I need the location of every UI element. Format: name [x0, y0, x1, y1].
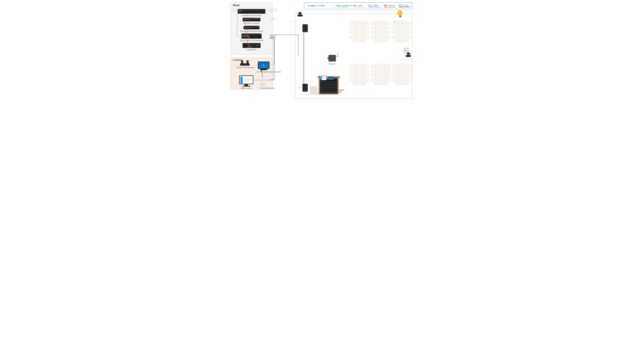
- room-outline: Q·SYS Projector lighting control via TCP…: [295, 14, 412, 99]
- ethernet-icon: [337, 4, 340, 6]
- projector-icon: [328, 55, 336, 62]
- touch-label: Q-SYS Touchscreen Controller: [256, 71, 271, 73]
- hdmi-monitor: HDMI monitor: [237, 76, 255, 89]
- projection-screen: [303, 32, 304, 88]
- monitor-label: HDMI monitor: [237, 87, 255, 89]
- legend-usb-label: USB: [358, 4, 362, 6]
- mic-icon: [384, 4, 387, 7]
- mini-touch-icon: [328, 77, 333, 80]
- wireless-microphones: Wireless microphones: [236, 63, 253, 68]
- speaker-bottom: [302, 84, 308, 92]
- touch-brand: Q·SYS: [258, 64, 269, 67]
- serial-icon: [399, 4, 402, 6]
- speaker-top: [302, 24, 308, 32]
- legend-mic: Mic/Line: [384, 4, 395, 8]
- lectern-block: Lectern Wireless microphones Q·SYS Q-SYS…: [230, 57, 273, 89]
- wireless-presentation-device: Wireless presentation device: [230, 26, 272, 32]
- switch-label: Standard network switch: [242, 14, 262, 16]
- projector-label: Projector: [324, 63, 340, 65]
- nv32-core: Q·SYS Q-SYS NV-32-H (Core Mode): [230, 34, 272, 42]
- lectern-rack-label: Lectern rack: [338, 89, 345, 93]
- diagram-canvas: CABLE TYPE Standard Ethernet USB HDMI Mi…: [228, 0, 416, 102]
- legend-ethernet: Standard Ethernet: [337, 4, 350, 7]
- table: [374, 20, 388, 42]
- mini-monitor-icon: [321, 76, 327, 80]
- nv32-brand: Q·SYS: [243, 35, 246, 36]
- legend-title: CABLE TYPE: [308, 4, 325, 7]
- nv32-label: Q-SYS NV-32-H (Core Mode): [240, 40, 264, 42]
- network-camera-label: Q-SYS Network Camera: [400, 48, 412, 54]
- wpd-label: Wireless presentation device: [240, 30, 263, 32]
- network-switch: Q·SYS Standard network switch: [230, 9, 272, 16]
- ptz-camera-front: Q·SYS: [297, 16, 304, 16]
- legend-serial-label: Serial: [404, 4, 408, 6]
- installed-pc: Installed PC: [230, 43, 272, 51]
- legend-usb: USB: [353, 4, 365, 7]
- doccam-label: Document camera: [260, 87, 274, 89]
- box-icon: [314, 88, 319, 95]
- hdmi-icon: [368, 5, 372, 6]
- table: [352, 20, 366, 42]
- legend-mic-label: Mic/Line: [388, 4, 395, 6]
- switch-brand: Q·SYS: [239, 10, 242, 12]
- legend-hdmi-label: HDMI: [373, 4, 378, 6]
- lectern-title: Lectern: [233, 58, 242, 62]
- mini-doccam-icon: [320, 75, 320, 78]
- legend-serial: Serial: [399, 4, 410, 7]
- usb-icon: [353, 5, 357, 6]
- lightbulb-icon: [397, 10, 404, 18]
- amp-label: SPA Series amplifier: [244, 22, 260, 24]
- mini-mics-icon: [334, 78, 337, 80]
- legend-divider: [332, 4, 332, 8]
- legend-hdmi: HDMI: [368, 4, 380, 7]
- table: [395, 64, 409, 85]
- amp-brand: QSC: [244, 19, 246, 20]
- touchscreen-controller: Q·SYS Q-SYS Touchscreen Controller: [256, 62, 271, 73]
- pc-label: Installed PC: [247, 49, 256, 51]
- table: [374, 64, 388, 85]
- cable-legend: CABLE TYPE Standard Ethernet USB HDMI Mi…: [304, 2, 412, 9]
- table: [395, 20, 409, 42]
- rack-block: Rack Q·SYS Standard network switch QSC S…: [230, 2, 273, 55]
- table: [352, 64, 366, 85]
- document-camera: Document camera: [260, 76, 274, 89]
- ptz-camera-rear: Q·SYS: [405, 56, 412, 57]
- amplifier: QSC SPA Series amplifier: [230, 18, 272, 24]
- mics-label: Wireless microphones: [236, 66, 253, 68]
- rack-title: Rack: [233, 4, 240, 7]
